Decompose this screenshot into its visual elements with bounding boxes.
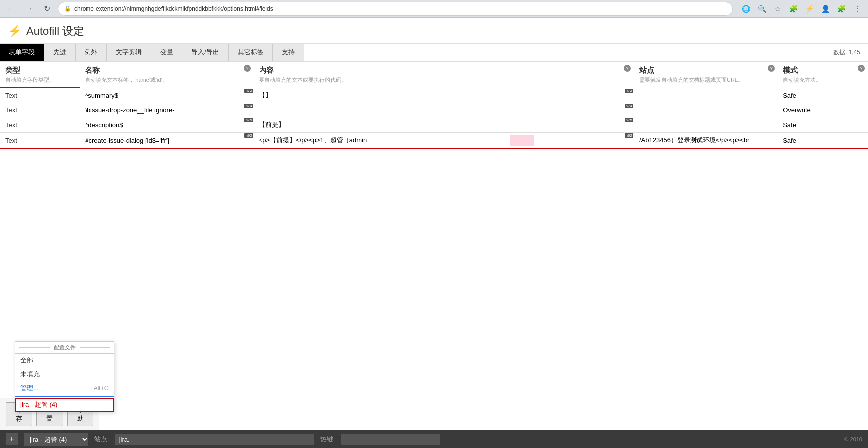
forward-button[interactable]: → [22,2,36,16]
profile-dropdown: 配置文件 全部 未填充 管理... Alt+G jira - 超管 (4) [15,341,114,412]
version-badge: n75 [244,118,253,122]
cell-site[interactable] [634,88,778,103]
profile-icon[interactable]: 🧩 [786,2,800,16]
dropdown-header: 配置文件 [15,342,114,354]
cell-name[interactable]: ^summary$ n72 [80,88,254,103]
cell-type: Text [0,88,80,103]
col-header-name: 名称 自动填充文本标签，'name'或'id'。 ? [80,62,254,88]
col-type-label: 类型 [5,66,75,75]
dropdown-item-all[interactable]: 全部 [15,354,114,367]
version-badge: n74 [625,104,633,108]
site-input[interactable] [115,434,314,445]
table-wrapper: 类型 自动填充字段类型。 名称 自动填充文本标签，'name'或'id'。 ? … [0,61,868,148]
browser-chrome: ← → ↻ 🔒 chrome-extension://nlmmgnhgdeffj… [0,0,868,18]
tab-text-clip[interactable]: 文字剪辑 [107,44,151,61]
user-icon[interactable]: 👤 [818,2,832,16]
tab-exceptions[interactable]: 例外 [76,44,107,61]
record-count: 数据: 1,45 [825,44,868,61]
tab-advanced[interactable]: 先进 [44,44,76,61]
cell-content[interactable]: <p>【前提】</p><p>1、超管（admin n92 [254,133,634,148]
col-header-mode: 模式 自动填充方法。 ? [778,62,868,88]
bookmark-icon[interactable]: ☆ [771,2,784,16]
col-mode-label: 模式 [783,66,863,75]
fields-table: 类型 自动填充字段类型。 名称 自动填充文本标签，'name'或'id'。 ? … [0,61,868,148]
dropdown-item-unfilled[interactable]: 未填充 [15,367,114,381]
name-help-icon[interactable]: ? [244,65,251,72]
hotkey-input[interactable] [341,434,440,445]
app-header: ⚡ Autofill 设定 [0,18,868,44]
refresh-button[interactable]: ↻ [40,2,54,16]
url-text: chrome-extension://nlmmgnhgdeffjkdckmikf… [74,5,273,12]
col-header-content: 内容 要自动填充的文本或要执行的代码。 ? [254,62,634,88]
col-site-label: 站点 [639,66,773,75]
version-badge: n75 [625,118,633,122]
address-bar[interactable]: 🔒 chrome-extension://nlmmgnhgdeffjkdckmi… [58,2,733,16]
translate-icon[interactable]: 🌐 [739,2,753,16]
cell-site[interactable] [634,117,778,133]
table-row[interactable]: Text \bissue-drop-zone__file ignore- n74… [0,103,868,117]
nav-tabs: 表单字段 先进 例外 文字剪辑 变量 导入/导出 其它标签 支持 数据: 1,4… [0,44,868,61]
tab-other-tags[interactable]: 其它标签 [229,44,273,61]
security-icon: 🔒 [64,5,71,12]
hotkey-label: 热键: [320,435,335,444]
col-content-label: 内容 [259,66,629,75]
dropdown-item-manage[interactable]: 管理... Alt+G [15,381,114,395]
cell-name[interactable]: \bissue-drop-zone__file ignore- n74 [80,103,254,117]
version-badge: n92 [244,133,253,138]
cell-content[interactable]: 【】 n72 [254,88,634,103]
dropdown-item-jira[interactable]: jira - 超管 (4) [15,398,114,412]
back-button[interactable]: ← [4,2,18,16]
col-mode-sub: 自动填充方法。 [783,76,863,84]
content-help-icon[interactable]: ? [624,65,631,72]
app-logo: ⚡ [8,25,21,38]
table-row[interactable]: Text ^summary$ n72 【】 n72 Safe [0,88,868,103]
tab-support[interactable]: 支持 [273,44,304,61]
cell-mode: Safe [778,117,868,133]
site-label: 站点: [94,435,109,444]
col-name-sub: 自动填充文本标签，'name'或'id'。 [85,76,248,84]
version-badge: n92 [625,133,633,138]
col-header-type: 类型 自动填充字段类型。 [0,62,80,88]
cell-content[interactable]: 【前提】 n75 [254,117,634,133]
tab-variables[interactable]: 变量 [151,44,182,61]
col-header-site: 站点 需要触发自动填充的文档标题或页面URL。 ? [634,62,778,88]
add-profile-button[interactable]: + [6,433,18,445]
copyright: © 2010 [844,436,862,442]
cell-type: Text [0,117,80,133]
bottom-bar: + jira - 超管 (4) 站点: 热键: © 2010 [0,430,868,448]
col-type-sub: 自动填充字段类型。 [5,76,75,84]
cell-name[interactable]: ^description$ n75 [80,117,254,133]
col-site-sub: 需要触发自动填充的文档标题或页面URL。 [639,76,773,84]
cell-site[interactable]: /Ab123456）登录测试环境</p><p><br [634,133,778,148]
lightning-icon[interactable]: ⚡ [802,2,816,16]
cell-type: Text [0,103,80,117]
cell-mode: Overwrite [778,103,868,117]
search-icon[interactable]: 🔍 [755,2,769,16]
cell-type: Text [0,133,80,148]
version-badge: n72 [625,89,633,93]
more-icon[interactable]: ⋮ [850,2,864,16]
app-title: Autofill 设定 [26,24,84,39]
table-row[interactable]: Text ^description$ n75 【前提】 n75 Safe [0,117,868,133]
tab-import-export[interactable]: 导入/导出 [182,44,229,61]
browser-extension-icons: 🌐 🔍 ☆ 🧩 ⚡ 👤 🧩 ⋮ [739,2,864,16]
version-badge: n72 [244,89,253,93]
manage-shortcut: Alt+G [94,385,109,392]
profile-selector[interactable]: jira - 超管 (4) [24,433,88,446]
page-content: ⚡ Autofill 设定 表单字段 先进 例外 文字剪辑 变量 导入/导出 其… [0,18,868,448]
dropdown-divider [15,396,114,397]
col-name-label: 名称 [85,66,248,75]
version-badge: n74 [244,104,253,108]
cell-content[interactable]: n74 [254,103,634,117]
cell-mode: Safe [778,88,868,103]
cell-mode: Safe [778,133,868,148]
col-content-sub: 要自动填充的文本或要执行的代码。 [259,76,629,84]
extension-icon[interactable]: 🧩 [834,2,848,16]
mode-help-icon[interactable]: ? [858,65,865,72]
cell-name[interactable]: #create-issue-dialog [id$='ifr'] n92 [80,133,254,148]
cell-site[interactable] [634,103,778,117]
site-help-icon[interactable]: ? [768,65,775,72]
table-row[interactable]: Text #create-issue-dialog [id$='ifr'] n9… [0,133,868,148]
tab-form-fields[interactable]: 表单字段 [0,44,44,61]
manage-label: 管理... [20,384,39,393]
